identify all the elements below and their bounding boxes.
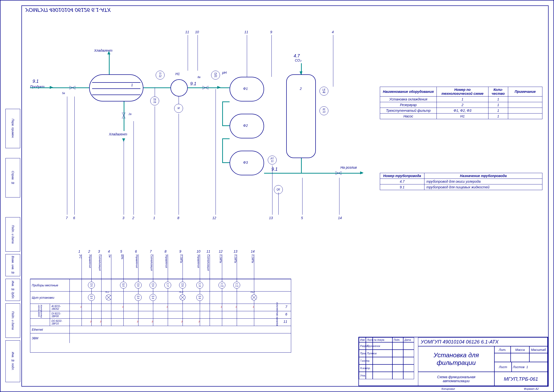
wire (155, 87, 155, 97)
tb-cell: Т.контр. (359, 357, 366, 364)
io-col-num: 3 (98, 249, 100, 253)
io-col-num: 1 (78, 249, 80, 253)
valve-tag: 2в (129, 113, 132, 115)
tb-cell (392, 372, 403, 379)
ai-count: 7 (285, 305, 287, 309)
io-instrument: NS8а (196, 294, 203, 301)
tb-cell (392, 342, 403, 350)
stream-label: 4.7 (294, 53, 300, 59)
wire (272, 165, 272, 215)
io-signal-line (254, 254, 254, 326)
tb-cell: Труханенок (366, 342, 373, 350)
pump (170, 79, 188, 97)
tb-cell (403, 364, 414, 372)
wire (134, 121, 134, 215)
ref-num: 1 (153, 216, 155, 220)
ref-num: 10 (195, 30, 199, 34)
ref-num: 8 (177, 216, 179, 220)
ref-num: 12 (212, 216, 216, 220)
drawing-subtitle: Схема функциональная автоматизации (418, 372, 494, 386)
qi-instrument: QI10 (211, 71, 220, 80)
tb-cell (403, 357, 414, 364)
tb-cell (403, 350, 414, 357)
tb-cell (403, 372, 414, 379)
io-tick: 1 (253, 306, 254, 308)
te-instrument: TE1а (150, 97, 159, 105)
arrow-icon (300, 71, 302, 75)
tb-cell (373, 364, 392, 372)
tb-cell: № докум. (373, 337, 392, 342)
arrow-icon (360, 171, 364, 174)
wire (339, 178, 339, 215)
stream-label: 9.1 (190, 81, 196, 86)
tb-cell: Лист (366, 337, 373, 342)
io-signal-line (210, 254, 210, 326)
io-col-num: 13 (234, 249, 237, 253)
wire (124, 141, 124, 215)
io-instrument: HS2б (88, 282, 95, 289)
io-tick: 2 (181, 320, 183, 323)
io-col-tag: 0.1МПа (251, 254, 254, 278)
side-tab: Взам. инв. № (5, 254, 20, 276)
tb-cell (392, 350, 403, 357)
outlet-label: На розлив (340, 165, 357, 169)
indicator-lamp-icon (251, 294, 257, 300)
io-col-tag: 1м (108, 254, 111, 278)
tb-cell: Н.контр. (359, 364, 366, 372)
pipe (264, 173, 301, 174)
io-col-num: 2 (88, 249, 90, 253)
lamp-tag: HL2 (251, 291, 255, 293)
title-block: УОМГУП 49010104 06126 6.1-АТХ Установка … (358, 337, 548, 386)
arrow-icon (217, 86, 221, 89)
pipe (222, 138, 223, 163)
io-col-num: 9 (179, 249, 181, 253)
pipe (109, 53, 110, 74)
tb-cell: Пров. (359, 350, 366, 357)
pump-label: Н1 (175, 72, 180, 76)
arrow-icon (50, 86, 53, 89)
tb-cell (373, 350, 392, 357)
ref-num: 6 (73, 216, 75, 220)
valve-icon (122, 113, 125, 118)
io-col-tag: Сигнализация (207, 254, 210, 278)
pipe (222, 125, 230, 126)
wire (216, 89, 216, 215)
pipe-table: Номер трубопроводаНазначение трубопровод… (380, 173, 542, 190)
tb-cell: Пуляков (366, 350, 373, 357)
lamp-tag: HL1 (105, 291, 109, 293)
io-col-tag: 3°C (79, 254, 82, 278)
side-tab: Перв. примен. (5, 109, 20, 148)
ti-instrument: TI12 (156, 71, 165, 80)
io-col-tag: 0.1МПа (234, 254, 237, 278)
tb-cell (366, 372, 373, 379)
motor-instrument: M (174, 104, 183, 113)
io-signal-line (168, 254, 168, 326)
pipe (188, 87, 230, 88)
io-col-num: 6 (135, 249, 137, 253)
side-tab: Подп. и дата (5, 303, 20, 338)
io-col-num: 14 (251, 249, 255, 253)
io-col-tag: Управление (135, 254, 138, 278)
ref-num: 7 (66, 216, 68, 220)
io-col-num: 12 (219, 249, 223, 253)
tb-cell (403, 342, 414, 350)
pipe (143, 87, 170, 88)
io-tick: 2 (100, 320, 101, 323)
equipment-table: Наименование оборудования Номер по техно… (380, 87, 542, 119)
eq-id: Ф2 (243, 124, 248, 128)
side-tab: Справ. № (5, 158, 20, 197)
le-instrument: LE4а (319, 87, 328, 96)
io-col-tag: 0.1МПа (219, 254, 222, 278)
tb-cell: Дата (403, 337, 414, 342)
io-signal-line (82, 254, 82, 326)
cooling-unit (89, 74, 143, 101)
side-tab: Инв. № дубл. (5, 279, 20, 301)
io-tick: 1 (167, 306, 168, 308)
tb-cell (366, 357, 373, 364)
ph-label: pH (222, 71, 227, 75)
io-instrument: NS2а (88, 294, 95, 301)
wire (179, 114, 179, 215)
ref-num: 9 (270, 30, 272, 34)
valve-icon (202, 86, 208, 89)
side-tab: Подп. и дата (5, 217, 20, 252)
